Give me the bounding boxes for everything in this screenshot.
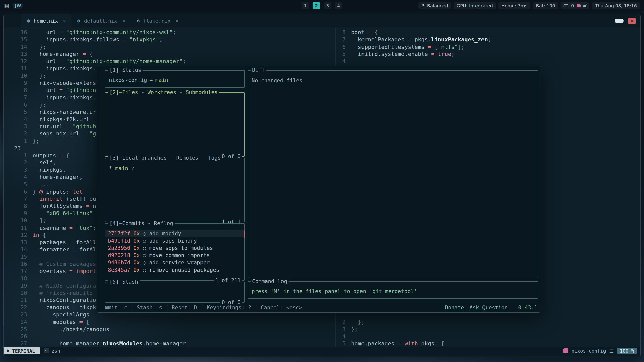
tab-close-icon[interactable]: × — [176, 18, 178, 24]
line-number: 26 — [4, 333, 32, 340]
code-line: 26 — [4, 333, 186, 340]
lazygit-status-panel[interactable]: [1]─Status nixos-config→main — [105, 70, 245, 88]
line-number: 16 — [4, 29, 32, 36]
line-number: 7 — [336, 36, 348, 43]
donate-link[interactable]: Donate — [445, 304, 464, 311]
layout-toggle-button[interactable] — [615, 19, 624, 23]
accent-dot-icon — [577, 4, 581, 7]
nix-icon: ❄ — [136, 18, 140, 24]
tab-label: flake.nix — [143, 18, 170, 24]
line-number: 11 — [4, 65, 32, 72]
line-number: 12 — [4, 232, 32, 239]
line-number: 14 — [4, 43, 32, 51]
code-line: 6 supportedFilesystems = ["ntfs"]; — [336, 43, 491, 51]
command-line — [4, 354, 640, 357]
code-line: 7 kernelPackages = pkgs.linuxPackages_ze… — [336, 36, 491, 43]
right-pane-top-lines: 8boot = {7 kernelPackages = pkgs.linuxPa… — [336, 29, 491, 65]
line-number: 27 — [4, 340, 32, 347]
footer-links: Donate Ask Question 0.43.1 — [445, 304, 537, 311]
scrollbar-thumb[interactable] — [244, 231, 245, 238]
line-number: 3 — [4, 166, 32, 174]
code-line: 24 modules = [ — [4, 319, 186, 326]
lazygit-stash-panel[interactable]: [5]─Stash 0 of 0 — [105, 282, 245, 303]
tab-close-icon[interactable]: × — [122, 18, 125, 24]
line-number: 1 — [4, 138, 32, 145]
line-number: 4 — [336, 58, 348, 65]
tray[interactable]: 0 — [561, 2, 589, 9]
workspace-button-3[interactable]: 3 — [324, 2, 331, 9]
lock-icon — [583, 5, 586, 7]
lazygit-files-panel[interactable]: [2]─Files - Worktrees - Submodules 0 of … — [105, 92, 245, 157]
workspace-button-2[interactable]: 2 — [313, 2, 320, 9]
lazygit-branches-panel[interactable]: [3]─Local branches - Remotes - Tags * ma… — [105, 158, 245, 222]
scroll-progress: 100 % — [617, 348, 637, 354]
line-number: 21 — [4, 297, 32, 304]
arrow-icon: → — [150, 77, 153, 83]
status-repo: nixos-config — [109, 77, 147, 83]
commit-row[interactable]: d920218 0x ○ move common imports — [105, 252, 244, 259]
commit-row[interactable]: 9486b7d 0x ○ add service-wrapper — [105, 259, 244, 266]
line-number: 7 — [4, 94, 32, 101]
lazygit-commits-panel[interactable]: [4]─Commits - Reflog 2717f2f 0x ○ add mo… — [105, 223, 245, 281]
line-number: 22 — [4, 304, 32, 311]
code-line: 13 home-manager = { — [4, 51, 186, 58]
line-number: 8 — [4, 203, 32, 210]
line-number: 1 — [4, 152, 32, 159]
line-number: 25 — [4, 326, 32, 333]
tab-flake.nix[interactable]: ❄flake.nix× — [131, 14, 184, 28]
mode-indicator: TERMINAL — [4, 347, 40, 354]
tab-close-icon[interactable]: × — [63, 18, 66, 24]
line-number: 12 — [4, 58, 32, 65]
panel-title: [1]─Status — [108, 67, 143, 74]
line-number: 15 — [4, 36, 32, 43]
tab-home.nix[interactable]: ❄home.nix× — [21, 14, 71, 28]
ask-question-link[interactable]: Ask Question — [469, 304, 508, 311]
shell-icon: >_ — [44, 348, 49, 353]
panel-title: [4]─Commits - Reflog — [108, 220, 175, 227]
code-line: 5 initrd.systemd.enable = true; — [336, 51, 491, 58]
line-number: 2 — [4, 130, 32, 138]
line-number: 5 — [4, 181, 32, 188]
line-number: 2 — [4, 159, 32, 166]
line-number: 10 — [4, 217, 32, 224]
line-number: 24 — [4, 319, 32, 326]
line-number: 5 — [336, 340, 348, 347]
panel-title: [3]─Local branches - Remotes - Tags — [108, 154, 222, 162]
line-number: 13 — [4, 51, 32, 58]
line-number: 10 — [4, 72, 32, 80]
nix-icon: ❄ — [77, 18, 81, 24]
window-close-button[interactable]: × — [628, 18, 636, 24]
commit-row[interactable]: 8e345a7 0x ○ remove unused packages — [105, 266, 244, 274]
line-number: 4 — [4, 174, 32, 181]
tab-bar: ❄home.nix×❄default.nix×❄flake.nix× × — [4, 14, 640, 28]
commit-row[interactable]: b49ef1d 0x ○ add sops binary — [105, 237, 244, 245]
commit-row[interactable]: 2717f2f 0x ○ add mopidy — [105, 230, 244, 237]
line-number: 19 — [4, 282, 32, 290]
code-line: 16 url = "github:nix-community/nixos-wsl… — [4, 29, 186, 36]
terminal-mode-icon — [7, 349, 10, 352]
line-number: 9 — [4, 210, 32, 217]
commit-list: 2717f2f 0x ○ add mopidyb49ef1d 0x ○ add … — [105, 224, 244, 274]
app-launcher-icon[interactable]: ▦ — [4, 3, 9, 9]
status-chip-3: Bat: 100 — [533, 2, 558, 9]
line-number: 18 — [4, 275, 32, 282]
workspace-button-4[interactable]: 4 — [335, 2, 342, 9]
panel-title: [2]─Files - Worktrees - Submodules — [108, 89, 219, 96]
code-line: 15 inputs.nixpkgs.follows = "nixpkgs"; — [4, 36, 186, 43]
status-chip-1: GPU: Integrated — [454, 2, 496, 9]
tab-default.nix[interactable]: ❄default.nix× — [71, 14, 131, 28]
code-line: 27 home-manager.nixosModules.home-manage… — [4, 340, 186, 347]
workspace-button-1[interactable]: 1 — [302, 2, 309, 9]
commit-row[interactable]: 2a23950 0x ○ move sops to modules — [105, 245, 244, 252]
right-pane-bottom-lines: 2 };3};45home.packages = with pkgs; [ — [336, 319, 445, 347]
lazygit-diff-panel[interactable]: Diff No changed files — [248, 70, 538, 278]
lazygit-command-log-panel[interactable]: Command log press 'M' in the files panel… — [248, 281, 538, 299]
statusline-right: nixos-config ☰ 100 % — [563, 348, 640, 354]
line-number: 6 — [4, 188, 32, 196]
line-number: 6 — [336, 43, 348, 51]
keybinding-bar: mmit: c | Stash: s | Reset: D | Keybindi… — [105, 304, 537, 311]
user-logo: JW — [13, 3, 23, 9]
shell-segment: >_ zsh — [44, 348, 60, 354]
panel-title: [5]─Stash — [108, 278, 140, 286]
lazygit-window: [1]─Status nixos-config→main [2]─Files -… — [97, 66, 541, 313]
